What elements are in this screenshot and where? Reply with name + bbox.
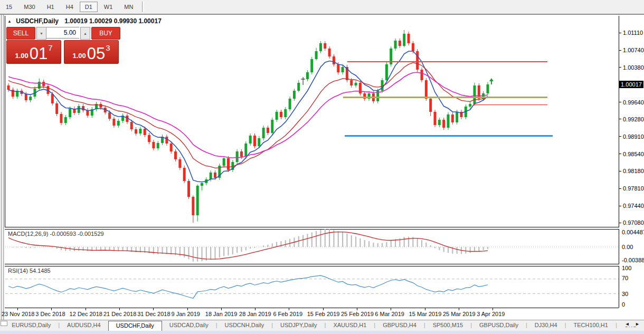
price-label: 0.98910 (623, 133, 644, 140)
date-tick (86, 308, 86, 310)
chart-tab-gbpusd-h4[interactable]: GBPUSD,H4 (375, 320, 424, 331)
timeframe-button-h4[interactable]: H4 (61, 2, 79, 12)
ohlc-readout: 1.00019 1.00029 0.99930 1.00017 (64, 17, 162, 25)
price-label: 0.99280 (623, 116, 644, 122)
rsi-label: RSI(14) 54.1485 (8, 268, 51, 274)
chart-tab-sp500-m15[interactable]: SP500,M15 (425, 320, 470, 331)
date-label: 18 Jan 2019 (205, 311, 238, 317)
sell-price-button[interactable]: 1.00 01 7 (6, 40, 61, 64)
price-tick (619, 102, 621, 102)
rsi-scale-label: 100 (622, 265, 631, 271)
timeframe-toolbar: 15M30H1H4D1W1MN (0, 0, 644, 14)
rsi-scale-label: 0 (622, 301, 625, 308)
date-label: 28 Jan 2019 (239, 311, 271, 317)
timeframe-button-15[interactable]: 15 (1, 2, 17, 12)
chart-tab-usdcad-daily[interactable]: USDCAD,Daily (162, 320, 216, 331)
ma-slow-line (8, 72, 488, 158)
volume-decrease-button[interactable]: ▼ (36, 27, 46, 40)
date-tick (323, 308, 324, 310)
chart-tab-xauusd-h1[interactable]: XAUUSD,H1 (326, 320, 374, 331)
chart-tab-bar: EURUSD,Daily|AUDUSD,H4USDCHF,DailyUSDCAD… (0, 320, 644, 331)
macd-label: MACD(12,26,9) -0.000593 -0.001529 (8, 231, 104, 237)
timeframe-button-m30[interactable]: M30 (18, 2, 40, 12)
price-label: 1.00380 (623, 64, 644, 71)
chart-title: ▲ USDCHF,Daily 1.00019 1.00029 0.99930 1… (7, 17, 162, 25)
chart-tab-gbpusd-daily[interactable]: GBPUSD,Daily (472, 320, 526, 331)
price-label: 0.98180 (623, 168, 644, 174)
rsi-panel[interactable] (5, 265, 619, 308)
chart-tab-audusd-h4[interactable]: AUDUSD,H4 (60, 320, 108, 331)
date-label: 3 Dec 2018 (35, 311, 65, 317)
one-click-collapse-icon[interactable]: ▲ (7, 19, 12, 24)
one-click-trading-panel: SELL ▼ ▲ BUY 1.00 01 7 1.00 05 3 (6, 27, 120, 64)
date-label: 6 Mar 2019 (375, 311, 404, 317)
macd-scale-label: 0.004487 (622, 229, 644, 235)
chart-tab-usdjpy-daily[interactable]: USDJPY,Daily (273, 320, 325, 331)
date-tick (187, 308, 188, 310)
chart-tab-tech100-h1[interactable]: TECH100,H1 (566, 320, 615, 331)
price-tick (619, 119, 621, 119)
date-axis[interactable]: 23 Nov 20183 Dec 201812 Dec 201821 Dec 2… (5, 308, 644, 320)
price-tick (619, 188, 621, 189)
date-tick (289, 308, 289, 310)
date-label: 15 Mar 2019 (409, 311, 442, 317)
status-strip (0, 331, 644, 334)
volume-increase-button[interactable]: ▲ (80, 27, 90, 40)
date-tick (357, 308, 357, 310)
rsi-scale-label: 70 (622, 275, 628, 281)
date-label: 25 Mar 2019 (443, 311, 476, 317)
chart-tab-usdchf-daily[interactable]: USDCHF,Daily (108, 321, 162, 331)
price-label: 0.99640 (623, 99, 644, 106)
buy-price-button[interactable]: 1.00 05 3 (64, 40, 119, 64)
price-tick (619, 223, 621, 223)
timeframe-button-mn[interactable]: MN (119, 2, 138, 12)
date-tick (119, 308, 120, 310)
buy-price-main: 05 (87, 46, 105, 61)
sell-price-prefix: 1.00 (15, 52, 28, 60)
date-label: 15 Feb 2019 (307, 311, 340, 317)
price-tick (619, 206, 621, 206)
price-label: 0.97080 (623, 220, 644, 226)
date-tick (493, 308, 493, 310)
macd-scale-label: -0.003883 (622, 257, 644, 263)
price-label: 0.97440 (623, 203, 644, 209)
sell-button[interactable]: SELL (6, 27, 35, 40)
price-tick (619, 33, 621, 33)
rsi-scale-label: 30 (622, 291, 628, 297)
price-tick (619, 171, 621, 171)
ma-fast-line (8, 51, 488, 182)
chart-tab-dj30-h4[interactable]: DJ30,H4 (527, 320, 565, 331)
tab-bar-corner (1, 321, 7, 326)
date-label: 23 Nov 2018 (2, 311, 34, 317)
date-tick (255, 308, 255, 310)
date-label: 31 Dec 2018 (137, 311, 170, 317)
price-tick (619, 67, 621, 68)
date-tick (17, 308, 18, 310)
timeframe-button-w1[interactable]: W1 (99, 2, 118, 12)
date-tick (425, 308, 425, 310)
current-price-marker: 1.00017 (619, 81, 643, 88)
price-label: 1.00740 (623, 47, 644, 53)
buy-price-prefix: 1.00 (72, 52, 86, 60)
price-label: 0.98540 (623, 151, 644, 157)
macd-scale-label: 0.00 (622, 244, 633, 250)
date-tick (391, 308, 391, 310)
tab-scroll-arrows[interactable]: ◄ ► (624, 321, 643, 327)
timeframe-button-d1[interactable]: D1 (80, 2, 98, 12)
volume-input[interactable] (46, 27, 79, 39)
buy-button[interactable]: BUY (91, 27, 120, 40)
buy-price-pip: 3 (106, 43, 110, 52)
price-label: 1.01110 (623, 30, 644, 36)
timeframe-button-h1[interactable]: H1 (42, 2, 60, 12)
date-tick (153, 308, 154, 310)
price-axis[interactable]: 1.011101.007401.003800.996400.992800.989… (619, 15, 644, 308)
chart-tab-usdcnh-daily[interactable]: USDCNH,Daily (217, 320, 272, 331)
date-label: 21 Dec 2018 (103, 311, 136, 317)
chart-tab-eurusd-daily[interactable]: EURUSD,Daily (4, 320, 58, 331)
date-tick (221, 308, 222, 310)
sell-price-main: 01 (30, 46, 48, 61)
price-tick (619, 154, 621, 154)
date-tick (51, 308, 52, 310)
toolbar-separator (142, 2, 144, 12)
price-tick (619, 136, 621, 137)
